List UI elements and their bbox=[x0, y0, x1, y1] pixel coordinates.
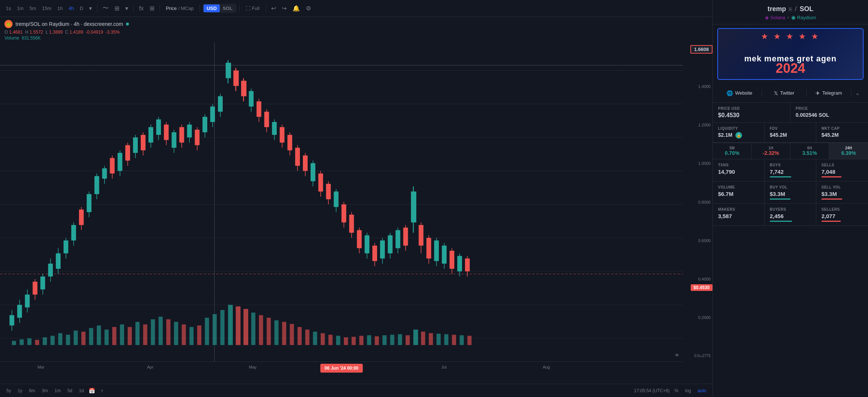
timeframe-d[interactable]: D bbox=[78, 4, 85, 13]
timeframe-1s[interactable]: 1s bbox=[4, 4, 13, 13]
period-1y[interactable]: 1y bbox=[16, 387, 24, 394]
svg-rect-117 bbox=[419, 225, 424, 246]
buy-vol-value: $3.3M bbox=[770, 191, 811, 197]
svg-rect-49 bbox=[156, 119, 161, 135]
svg-rect-150 bbox=[166, 319, 170, 345]
svg-rect-65 bbox=[218, 96, 223, 112]
scroll-left-icon[interactable]: ↑ bbox=[101, 388, 103, 393]
solana-chain[interactable]: ◈ Solana bbox=[765, 14, 785, 20]
svg-rect-181 bbox=[406, 335, 410, 345]
buyers-cell: BUYERS 2,456 bbox=[765, 204, 816, 225]
svg-rect-134 bbox=[43, 337, 47, 345]
txn-row2: VOLUME $6.7M BUY VOL $3.3M SELL VOL $3.3… bbox=[713, 181, 868, 204]
social-links: 🌐 Website 𝕏 Twitter ✈ Telegram ⌄ bbox=[713, 84, 868, 103]
fdv-label: FDV bbox=[770, 126, 811, 130]
svg-rect-179 bbox=[390, 335, 394, 345]
svg-rect-143 bbox=[112, 327, 116, 345]
price-level-04: 0.4000 bbox=[685, 277, 711, 281]
tab-24h[interactable]: 24H 6.39% bbox=[829, 143, 868, 159]
dropdown-arrow2[interactable]: ▾ bbox=[123, 3, 130, 13]
tab-1h[interactable]: 1H -2.32% bbox=[752, 143, 790, 159]
period-1m[interactable]: 1m bbox=[53, 387, 63, 394]
svg-rect-159 bbox=[236, 306, 240, 345]
svg-rect-178 bbox=[382, 335, 386, 345]
indicators-icon[interactable]: fx bbox=[137, 4, 146, 13]
txn-row3: MAKERS 3,587 BUYERS 2,456 SELLERS 2,077 bbox=[713, 204, 868, 225]
tab-1h-value: -2.32% bbox=[752, 150, 790, 156]
period-5d[interactable]: 5d bbox=[65, 387, 74, 394]
more-btn[interactable]: ⌄ bbox=[851, 86, 864, 99]
sol-btn[interactable]: SOL bbox=[220, 4, 236, 12]
svg-rect-45 bbox=[141, 135, 146, 150]
bar-chart-icon[interactable]: ⊞ bbox=[112, 3, 122, 13]
compare-icon[interactable]: ⊞ bbox=[147, 3, 157, 13]
tab-1h-label: 1H bbox=[752, 146, 790, 150]
undo-btn[interactable]: ↩ bbox=[269, 3, 278, 13]
tab-5m[interactable]: 5M 0.70% bbox=[713, 143, 752, 159]
copy-icon[interactable]: ⎘ bbox=[789, 6, 792, 12]
timeframe-1h[interactable]: 1h bbox=[55, 4, 65, 13]
chart-canvas[interactable]: 1.8000 1.4000 1.2000 1.0000 0.8000 0.600… bbox=[0, 42, 712, 384]
auto-btn[interactable]: auto bbox=[696, 387, 708, 394]
svg-rect-184 bbox=[429, 333, 433, 345]
svg-rect-147 bbox=[143, 325, 147, 345]
telegram-btn[interactable]: ✈ Telegram bbox=[807, 87, 851, 99]
buys-bar bbox=[770, 176, 811, 177]
pct-btn[interactable]: % bbox=[673, 387, 680, 394]
eye-icon[interactable]: 👁 bbox=[675, 353, 679, 358]
svg-rect-69 bbox=[233, 71, 239, 86]
calendar-icon[interactable]: 📅 bbox=[89, 388, 95, 394]
time-display: 17:05:54 (UTC+8) bbox=[634, 388, 670, 393]
timeframe-1m[interactable]: 1m bbox=[15, 4, 26, 13]
svg-rect-165 bbox=[282, 322, 286, 345]
svg-rect-138 bbox=[74, 330, 78, 345]
log-btn[interactable]: log bbox=[683, 387, 693, 394]
svg-rect-135 bbox=[51, 336, 55, 345]
tab-6h[interactable]: 6H 3.51% bbox=[790, 143, 829, 159]
svg-rect-113 bbox=[403, 228, 408, 246]
period-6m[interactable]: 6m bbox=[27, 387, 37, 394]
svg-rect-148 bbox=[151, 319, 155, 345]
divider2 bbox=[133, 5, 134, 12]
line-chart-icon[interactable]: 〜 bbox=[100, 3, 111, 14]
svg-rect-47 bbox=[148, 127, 153, 143]
price-scale: 1.8000 1.4000 1.2000 1.0000 0.8000 0.600… bbox=[683, 42, 712, 362]
timeframe-4h[interactable]: 4h bbox=[66, 4, 76, 13]
chart-ohlc: O 1.4681 H 1.5572 L 1.3899 C 1.4189 -0.0… bbox=[4, 30, 708, 35]
timeframe-5m[interactable]: 5m bbox=[27, 4, 38, 13]
price-sol-label: PRICE bbox=[796, 106, 863, 111]
slash: / bbox=[795, 5, 797, 13]
svg-rect-83 bbox=[287, 135, 292, 150]
price-mcap-toggle[interactable]: Price / MCap bbox=[163, 4, 197, 13]
svg-rect-151 bbox=[174, 322, 178, 345]
alert-icon[interactable]: 🔔 bbox=[290, 3, 302, 13]
settings-icon[interactable]: ⚙ bbox=[304, 3, 313, 13]
svg-rect-186 bbox=[444, 334, 448, 345]
txns-cell: TXNS 14,790 bbox=[713, 159, 765, 181]
svg-rect-111 bbox=[396, 230, 400, 248]
svg-rect-156 bbox=[213, 314, 217, 345]
dex-badge[interactable]: ◉ Raydium bbox=[791, 14, 816, 20]
usd-btn[interactable]: USD bbox=[204, 4, 219, 12]
time-label-aug: Aug bbox=[543, 365, 550, 369]
svg-rect-133 bbox=[35, 340, 39, 345]
period-5y[interactable]: 5y bbox=[4, 387, 13, 394]
time-label-may: May bbox=[249, 365, 257, 369]
svg-rect-97 bbox=[342, 204, 346, 223]
dropdown-arrow[interactable]: ▾ bbox=[87, 3, 94, 13]
token-banner: ★ ★ ★ ★ ★ mek memes gret agen 2024 bbox=[717, 28, 864, 80]
period-tabs: 5M 0.70% 1H -2.32% 6H 3.51% 24H 6.39% bbox=[713, 143, 868, 159]
period-3m[interactable]: 3m bbox=[40, 387, 50, 394]
full-btn[interactable]: ⛶ Full bbox=[243, 4, 263, 13]
chart-title: tremp/SOL on Raydium · 4h · dexscreener.… bbox=[16, 21, 123, 27]
svg-rect-87 bbox=[303, 156, 308, 171]
svg-rect-164 bbox=[274, 320, 278, 345]
svg-rect-163 bbox=[267, 318, 271, 345]
website-btn[interactable]: 🌐 Website bbox=[717, 87, 762, 99]
period-1d[interactable]: 1d bbox=[77, 387, 86, 394]
svg-rect-57 bbox=[187, 125, 192, 138]
twitter-btn[interactable]: 𝕏 Twitter bbox=[762, 87, 806, 99]
redo-btn[interactable]: ↪ bbox=[280, 3, 289, 13]
time-label-jul: Jul bbox=[441, 365, 447, 369]
timeframe-15m[interactable]: 15m bbox=[40, 4, 54, 13]
